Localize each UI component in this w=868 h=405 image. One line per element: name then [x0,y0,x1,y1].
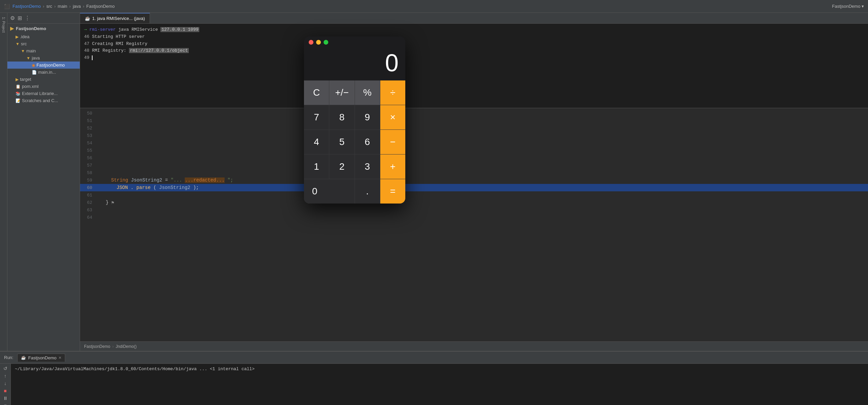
calc-add-button[interactable]: + [380,154,405,179]
code-line-62: 62 } ⚑ [80,199,868,206]
main-layout: 1: Project ⚙ ⊞ ⋮ ▶ FastjsonDemo ▶ .idea … [0,13,868,351]
calc-decimal-button[interactable]: . [355,179,380,204]
calc-5-button[interactable]: 5 [329,130,354,154]
file-icon: 📄 [32,70,37,75]
run-panel-header: Run: ☕ FastjsonDemo ✕ [0,352,868,364]
calc-0-button[interactable]: 0 [304,179,355,204]
calc-3-button[interactable]: 3 [355,154,380,179]
code-line-56: 56 [80,154,868,162]
terminal-line-5: 49 [84,54,864,62]
code-line-55: 55 [80,147,868,154]
options-icon[interactable]: ⋮ [25,15,30,21]
line-num-indicator: 46 [84,34,92,39]
run-tab-close[interactable]: ✕ [58,356,61,360]
code-line-61: 61 [80,191,868,199]
run-label: Run: [4,355,13,360]
library-icon: 📚 [16,91,21,96]
code-line-59: 59 String JsonString2 = "... ...redacted… [80,176,868,184]
sidebar-item-fastjsondemo[interactable]: ◉ FastjsonDemo [7,62,80,69]
scroll-down-button[interactable]: ↓ [2,381,9,386]
stop-button[interactable]: ■ [2,388,9,394]
calc-4-button[interactable]: 4 [304,130,329,154]
calc-6-button[interactable]: 6 [355,130,380,154]
project-root-item[interactable]: ▶ FastjsonDemo [7,24,80,33]
code-line-51: 51 [80,117,868,124]
gear-icon[interactable]: ⊞ [18,15,22,21]
run-tab-icon: ☕ [21,355,26,360]
app-icon: ⬛ [4,4,10,9]
sidebar-item-main-in[interactable]: 📄 main.in... [7,69,80,76]
settings-icon[interactable]: ⚙ [10,15,15,21]
calc-7-button[interactable]: 7 [304,105,329,129]
code-line-58: 58 [80,169,868,176]
code-line-63: 63 [80,206,868,214]
terminal-line-2: 46 Starting HTTP server [84,33,864,41]
run-tab-fastjson[interactable]: ☕ FastjsonDemo ✕ [17,354,65,362]
project-root-label: FastjsonDemo [16,26,46,31]
calc-8-button[interactable]: 8 [329,105,354,129]
rerun-button[interactable]: ↺ [2,366,9,371]
run-body: ↺ ↑ ↓ ■ ⏸ ≡ 🖨 ~/Library/Java/JavaVirtual… [0,364,868,405]
sidebar-item-idea[interactable]: ▶ .idea [7,33,80,40]
code-line-53: 53 [80,132,868,139]
calc-plus-minus-button[interactable]: +/− [329,80,354,105]
terminal-line-4: 48 RMI Registry: rmi://127.0.0.1/object [84,47,864,54]
sidebar-item-src[interactable]: ▼ src [7,40,80,47]
breadcrumb-fastjson[interactable]: FastjsonDemo [12,4,41,9]
calc-equals-button[interactable]: = [380,179,405,204]
code-line-57: 57 [80,162,868,169]
calc-minimize-button[interactable] [316,40,321,45]
breadcrumb-class[interactable]: FastjsonDemo [86,4,115,9]
run-console-output[interactable]: ~/Library/Java/JavaVirtualMachines/jdk1.… [11,364,868,405]
folder-icon: ▼ [16,42,20,46]
editor-tab-rmservice[interactable]: ☕ 1. java RMIService... (java) [80,13,150,23]
debug-resume-button[interactable]: ⏸ [2,396,9,401]
breadcrumb-class-name[interactable]: FastjsonDemo [84,344,110,349]
calc-9-button[interactable]: 9 [355,105,380,129]
breadcrumb: FastjsonDemo › src › main › java › Fastj… [12,4,114,9]
calc-clear-button[interactable]: C [304,80,329,105]
terminal-line-1: → rmi-server java RMIService 127.0.0.1 1… [84,26,864,33]
run-console-line: ~/Library/Java/JavaVirtualMachines/jdk1.… [15,366,255,372]
project-tab[interactable]: 1: Project [1,16,6,34]
sidebar-item-main[interactable]: ▼ main [7,47,80,54]
folder-icon: ▼ [26,56,30,61]
calc-buttons: C +/− % ÷ 7 8 9 × 4 5 6 − 1 2 3 + 0 . = [304,80,405,204]
calculator-window: 0 C +/− % ÷ 7 8 9 × 4 5 6 − 1 2 3 + 0 . … [304,37,405,204]
sidebar-item-scratches[interactable]: 📝 Scratches and C... [7,97,80,104]
breadcrumb-src[interactable]: src [46,4,52,9]
xml-file-icon: 📋 [16,84,21,89]
breadcrumb-main[interactable]: main [58,4,67,9]
code-line-64: 64 [80,214,868,221]
scroll-up-button[interactable]: ↑ [2,373,9,379]
calc-close-button[interactable] [309,40,313,45]
sidebar-item-java[interactable]: ▼ java [7,54,80,62]
code-line-54: 54 [80,139,868,147]
scratches-icon: 📝 [16,98,21,103]
calc-divide-button[interactable]: ÷ [380,80,405,105]
calc-2-button[interactable]: 2 [329,154,354,179]
calc-fullscreen-button[interactable] [324,40,328,45]
left-vertical-tab: 1: Project [0,13,7,351]
java-file-icon: ◉ [32,63,35,68]
calc-multiply-button[interactable]: × [380,105,405,129]
code-line-60: 60 JSON . parse ( JsonString2 ); [80,184,868,191]
sidebar-item-pom[interactable]: 📋 pom.xml [7,83,80,90]
calc-percent-button[interactable]: % [355,80,380,105]
sidebar-item-target[interactable]: ▶ target [7,76,80,83]
calc-1-button[interactable]: 1 [304,154,329,179]
editor-breadcrumb: FastjsonDemo › JndiDemo() [80,341,868,351]
wrap-output-button[interactable]: ≡ [2,403,9,405]
breadcrumb-method-name[interactable]: JndiDemo() [116,344,136,349]
run-config-dropdown[interactable]: FastjsonDemo ▾ [832,4,864,9]
breadcrumb-java[interactable]: java [73,4,81,9]
sidebar: ⚙ ⊞ ⋮ ▶ FastjsonDemo ▶ .idea ▼ src ▼ mai… [7,13,80,351]
folder-icon: ▼ [21,49,25,53]
code-editor[interactable]: 50 51 52 53 54 55 56 57 [80,108,868,341]
tab-icon: ☕ [85,16,90,21]
code-line-50: 50 [80,110,868,117]
sidebar-item-ext-libraries[interactable]: 📚 External Librarie... [7,90,80,97]
terminal-output[interactable]: → rmi-server java RMIService 127.0.0.1 1… [80,24,868,108]
folder-icon: ▶ [16,34,19,39]
calc-subtract-button[interactable]: − [380,130,405,154]
